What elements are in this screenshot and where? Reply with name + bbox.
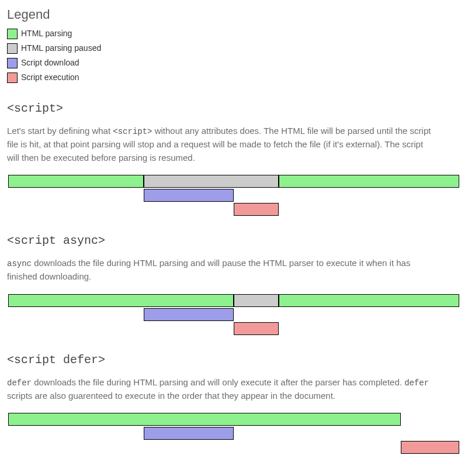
legend-swatch [7,43,18,54]
timeline-diagram [8,175,459,216]
legend-label: HTML parsing paused [21,42,101,54]
legend-title: Legend [7,5,461,24]
inline-code: async [7,259,32,268]
timeline-diagram [8,294,459,335]
legend-item: HTML parsing paused [7,42,461,54]
script-download-segment [144,427,234,440]
timeline-row [8,427,459,440]
desc-text: scripts are also guarenteed to execute i… [7,391,335,401]
section-defer: <script defer>defer downloads the file d… [7,351,461,454]
timeline-row [8,203,459,216]
timeline-row [8,413,459,426]
section-plain: <script>Let's start by defining what <sc… [7,100,461,216]
timeline-row [8,189,459,202]
section-title: <script defer> [7,351,461,369]
html-parsing-segment [279,175,459,188]
html-parsing-segment [279,294,459,307]
inline-code: <script> [113,127,152,136]
section-description: defer downloads the file during HTML par… [7,376,434,403]
inline-code: defer [404,378,429,388]
inline-code: defer [7,378,32,388]
timeline-row [8,322,459,335]
script-download-segment [144,189,234,202]
section-description: async downloads the file during HTML par… [7,257,434,284]
legend: Legend HTML parsingHTML parsing pausedSc… [7,5,461,84]
section-async: <script async>async downloads the file d… [7,232,461,335]
legend-item: HTML parsing [7,27,461,40]
timeline-row [8,308,459,321]
script-execution-segment [401,441,459,454]
desc-text: downloads the file during HTML parsing a… [7,258,410,281]
legend-swatch [7,73,18,83]
section-description: Let's start by defining what <script> wi… [7,125,434,164]
html-parsing-segment [8,413,401,426]
script-execution-segment [234,203,279,216]
section-title: <script async> [7,232,461,250]
timeline-row [8,294,459,307]
legend-label: Script download [21,57,79,69]
html-parsing-segment [8,294,234,307]
legend-swatch [7,29,18,39]
timeline-row [8,175,459,188]
desc-text: Let's start by defining what [7,126,113,136]
script-download-segment [144,308,234,321]
timeline-row [8,441,459,454]
legend-item: Script download [7,57,461,69]
html-parsing-paused-segment [144,175,279,188]
legend-item: Script execution [7,71,461,84]
section-title: <script> [7,100,461,118]
timeline-diagram [8,413,459,454]
desc-text: downloads the file during HTML parsing a… [32,377,404,387]
legend-label: HTML parsing [21,27,72,40]
legend-swatch [7,58,18,68]
script-execution-segment [234,322,279,335]
html-parsing-segment [8,175,144,188]
legend-label: Script execution [21,71,79,84]
html-parsing-paused-segment [234,294,279,307]
